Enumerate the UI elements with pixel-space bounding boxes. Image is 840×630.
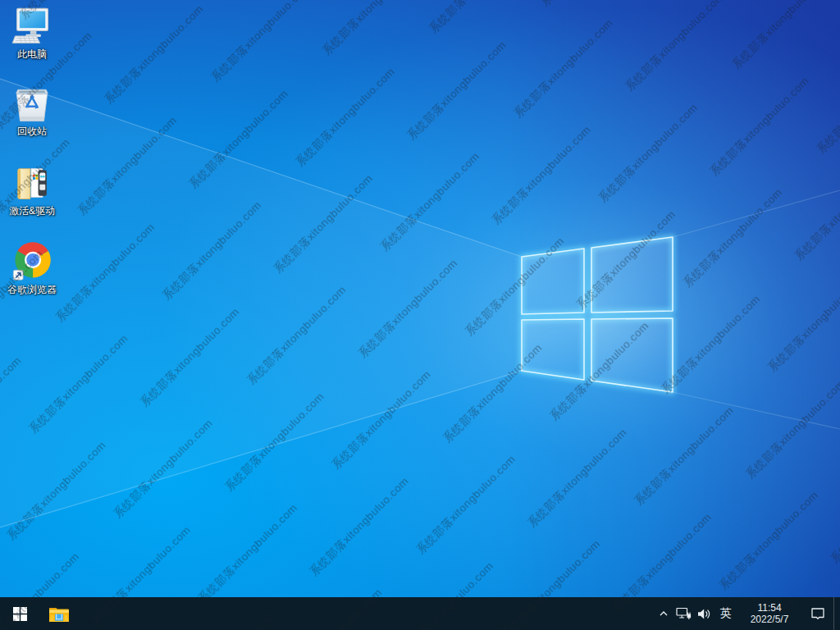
chevron-up-icon <box>659 609 669 619</box>
taskbar: 英 11:54 2022/5/7 <box>0 597 840 630</box>
show-desktop-button[interactable] <box>833 597 840 630</box>
icon-label-this-pc: 此电脑 <box>17 48 47 60</box>
desktop-icon-this-pc[interactable]: 此电脑 <box>1 5 63 60</box>
desktop-icon-grid: 此电脑 <box>0 0 74 597</box>
shortcut-arrow-badge <box>13 270 23 280</box>
wallpaper <box>0 0 840 597</box>
volume-tray-button[interactable] <box>694 597 714 630</box>
icon-label-activation-drivers: 激活&驱动 <box>9 205 55 217</box>
desktop-icon-chrome[interactable]: 谷歌浏览器 <box>1 240 63 295</box>
clock[interactable]: 11:54 2022/5/7 <box>737 597 802 630</box>
show-hidden-icons-button[interactable] <box>654 597 673 630</box>
icon-label-recycle-bin: 回收站 <box>17 126 47 137</box>
tray-time: 11:54 <box>757 602 781 614</box>
tray-date: 2022/5/7 <box>751 614 789 625</box>
desktop[interactable]: 此电脑 <box>0 0 840 597</box>
system-tray: 英 11:54 2022/5/7 <box>654 597 840 630</box>
windows-start-icon <box>13 607 27 621</box>
ethernet-network-icon <box>676 607 692 620</box>
icon-label-chrome: 谷歌浏览器 <box>7 284 57 295</box>
speaker-icon <box>697 608 712 620</box>
language-label: 英 <box>720 606 732 621</box>
recycle-bin-icon <box>11 82 53 125</box>
action-center-button[interactable] <box>802 597 833 630</box>
file-explorer-button[interactable] <box>39 597 79 630</box>
action-center-icon <box>810 607 825 621</box>
desktop-icon-recycle-bin[interactable]: 回收站 <box>1 82 63 137</box>
file-explorer-icon <box>48 605 70 623</box>
desktop-icon-activation-drivers[interactable]: 激活&驱动 <box>1 162 63 217</box>
network-tray-button[interactable] <box>673 597 694 630</box>
this-pc-icon <box>11 5 53 48</box>
activation-drivers-folder-icon <box>11 162 53 204</box>
input-language-indicator[interactable]: 英 <box>714 597 737 630</box>
chrome-icon <box>11 240 53 283</box>
start-button[interactable] <box>0 597 39 630</box>
